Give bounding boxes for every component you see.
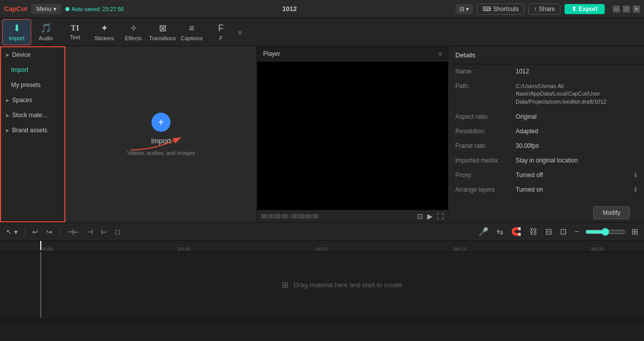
sidebar-item-my-presets[interactable]: My presets <box>1 77 64 93</box>
details-proxy-key: Proxy: <box>455 172 516 179</box>
tool-import[interactable]: ⬇ Import <box>2 19 31 45</box>
import-drop-area[interactable]: + Import Videos, audios, and images <box>65 46 257 222</box>
playhead-indicator <box>40 241 41 250</box>
player-screen <box>257 62 448 210</box>
sidebar-item-import[interactable]: Import <box>1 62 64 77</box>
topbar: CapCut Menu ▾ Auto saved: 23:27:56 1012 … <box>0 0 644 18</box>
tool-effects[interactable]: ✧ Effects <box>119 19 148 45</box>
details-aspect-key: Aspect ratio: <box>455 113 516 120</box>
delete-button[interactable]: □ <box>113 227 121 237</box>
trim-start-button[interactable]: ⊣ <box>85 227 95 237</box>
arrange-info-icon[interactable]: ℹ <box>634 186 637 193</box>
split-button[interactable]: ⊣⊢ <box>65 227 81 237</box>
close-button[interactable]: ✕ <box>633 6 640 13</box>
details-arrange-key: Arrange layers <box>455 186 516 193</box>
zoom-slider[interactable] <box>585 228 625 236</box>
sidebar-item-stock-mate[interactable]: ▶ Stock mate... <box>1 108 64 123</box>
zoom-out-button[interactable]: − <box>573 226 581 237</box>
select-tool-button[interactable]: ↖ ▾ <box>4 227 20 237</box>
captions-icon: ≡ <box>189 23 195 34</box>
details-path-row: Path: C:/Users/Usman Ali Nasir/AppData/L… <box>448 79 644 110</box>
playhead-line <box>40 252 41 318</box>
details-proxy-row: Proxy: Turned off ℹ <box>448 168 644 183</box>
minimize-button[interactable]: ─ <box>613 6 620 13</box>
zoom-fit-button[interactable]: ⊞ <box>629 226 640 237</box>
undo-button[interactable]: ↩ <box>30 227 40 237</box>
player-fullscreen-button[interactable]: ⛶ <box>437 212 444 220</box>
chevron-right-icon-brand: ▶ <box>6 128 9 133</box>
player-panel: Player ≡ 00:00:00:00 / 00:00:00:00 ⊡ ▶ ⛶ <box>257 46 448 222</box>
project-title: 1012 <box>128 5 451 13</box>
main-area: ▶ Device Import My presets ▶ Spaces ▶ St… <box>0 46 644 222</box>
sidebar-item-brand-assets[interactable]: ▶ Brand assets <box>1 123 64 138</box>
tool-audio[interactable]: 🎵 Audio <box>31 19 60 45</box>
magnet-button[interactable]: 🧲 <box>509 226 523 237</box>
details-resolution-val: Adapted <box>516 128 637 135</box>
details-path-val: C:/Users/Usman Ali Nasir/AppData/Local/C… <box>516 82 637 106</box>
center-panel: + Import Videos, audios, and images <box>65 46 257 222</box>
details-title: Details <box>448 46 644 64</box>
maximize-button[interactable]: □ <box>623 6 630 13</box>
tool-f[interactable]: F F <box>206 19 235 45</box>
redo-button[interactable]: ↪ <box>44 227 54 237</box>
player-play-button[interactable]: ▶ <box>427 212 433 220</box>
player-menu-icon[interactable]: ≡ <box>438 50 442 57</box>
sidebar-item-spaces[interactable]: ▶ Spaces <box>1 93 64 108</box>
ruler-mark-2: |00:10 <box>316 246 329 251</box>
drag-hint-icon: ⊞ <box>282 280 288 290</box>
chevron-right-icon-stock: ▶ <box>6 113 9 118</box>
details-name-val: 1012 <box>516 68 637 75</box>
captions-tl-button[interactable]: ⊡ <box>558 226 569 237</box>
details-name-row: Name: 1012 <box>448 64 644 79</box>
split-track-button[interactable]: ⊟ <box>543 226 554 237</box>
ruler-mark-1: |00:05 <box>178 246 191 251</box>
chevron-right-icon-spaces: ▶ <box>6 98 9 103</box>
trim-end-button[interactable]: ⊢ <box>99 227 109 237</box>
transitions-icon: ⊠ <box>159 23 167 34</box>
toolbar-more-button[interactable]: » <box>235 28 244 37</box>
details-imported-row: Imported media: Stay in original locatio… <box>448 153 644 168</box>
menu-button[interactable]: Menu ▾ <box>31 4 61 14</box>
player-buttons: ⊡ ▶ ⛶ <box>417 212 444 220</box>
toolbar-separator-2 <box>59 227 60 236</box>
timeline-scrollbar[interactable] <box>0 318 644 323</box>
details-framerate-val: 30.00fps <box>516 142 637 149</box>
mic-button[interactable]: 🎤 <box>476 226 491 237</box>
timeline-ruler: |00:00 |00:05 |00:10 |00:15 |00:20 <box>0 241 644 252</box>
details-imported-key: Imported media: <box>455 157 516 164</box>
f-icon: F <box>218 23 224 34</box>
sidebar-item-device[interactable]: ▶ Device <box>1 47 64 62</box>
modify-button[interactable]: Modify <box>593 206 630 219</box>
shortcuts-button[interactable]: ⌨ Shortcuts <box>477 4 524 15</box>
chain-button[interactable]: ⛓ <box>527 226 539 237</box>
left-sidebar: ▶ Device Import My presets ▶ Spaces ▶ St… <box>0 46 65 222</box>
timeline-toolbar: ↖ ▾ ↩ ↪ ⊣⊢ ⊣ ⊢ □ 🎤 ⇆ 🧲 ⛓ ⊟ ⊡ − ⊞ <box>0 223 644 241</box>
text-icon: TI <box>71 24 79 33</box>
tool-text[interactable]: TI Text <box>60 19 90 45</box>
import-arrow <box>126 125 191 156</box>
stickers-icon: ✦ <box>101 23 108 34</box>
details-resolution-key: Resolution: <box>455 128 516 135</box>
details-resolution-row: Resolution: Adapted <box>448 124 644 139</box>
details-proxy-val: Turned off <box>516 172 634 179</box>
app-logo: CapCut <box>4 5 27 13</box>
export-button[interactable]: ⬆ Export <box>565 4 605 14</box>
tool-captions[interactable]: ≡ Captions <box>177 19 206 45</box>
proxy-info-icon[interactable]: ℹ <box>634 172 637 179</box>
player-time: 00:00:00:00 / 00:00:00:00 <box>261 214 318 219</box>
tool-transitions[interactable]: ⊠ Transitions <box>148 19 177 45</box>
share-button[interactable]: ↑ Share <box>528 4 560 15</box>
timeline: ↖ ▾ ↩ ↪ ⊣⊢ ⊣ ⊢ □ 🎤 ⇆ 🧲 ⛓ ⊟ ⊡ − ⊞ |00:00 … <box>0 222 644 323</box>
details-arrange-row: Arrange layers Turned on ℹ <box>448 183 644 197</box>
toolbar-separator <box>25 227 25 236</box>
timeline-tracks: ⊞ Drag material here and start to create <box>0 252 644 318</box>
import-icon: ⬇ <box>13 23 21 34</box>
window-controls: ─ □ ✕ <box>613 6 640 13</box>
view-button[interactable]: ⊟ ▾ <box>455 4 473 14</box>
player-fit-button[interactable]: ⊡ <box>417 212 423 220</box>
tool-stickers[interactable]: ✦ Stickers <box>90 19 119 45</box>
ruler-labels: |00:00 |00:05 |00:10 |00:15 |00:20 <box>40 246 604 251</box>
player-header: Player ≡ <box>257 46 448 62</box>
link-button[interactable]: ⇆ <box>495 226 505 237</box>
ruler-mark-0: |00:00 <box>40 246 53 251</box>
